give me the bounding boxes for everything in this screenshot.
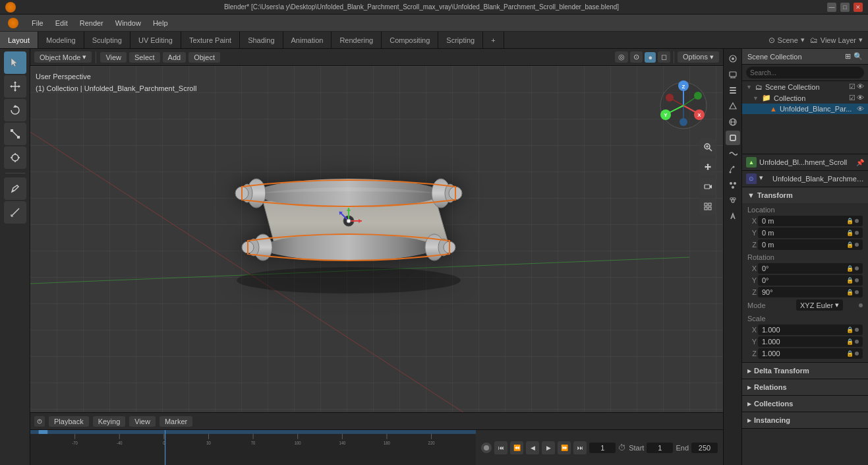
viewport-shading-rendered[interactable]: ◎ (615, 51, 628, 63)
prop-tab-output[interactable] (726, 67, 740, 82)
prop-tab-object[interactable] (726, 131, 740, 145)
data-dropdown-indicator[interactable]: ▾ (759, 173, 770, 184)
rot-y-value[interactable]: 0° 🔒 (758, 275, 863, 286)
view-menu[interactable]: View (100, 52, 127, 63)
tab-uv-editing[interactable]: UV Editing (130, 32, 181, 48)
tab-modeling[interactable]: Modeling (38, 32, 84, 48)
current-frame-display[interactable]: 1 (589, 443, 616, 453)
viewport-shading-solid[interactable]: ● (645, 52, 656, 63)
viewport-shading-material[interactable]: ⊙ (630, 51, 643, 63)
pin-icon[interactable]: 📌 (856, 159, 864, 166)
outliner-search-icon[interactable]: 🔍 (854, 52, 863, 61)
rot-z-value[interactable]: 90° 🔒 (758, 287, 863, 297)
euler-mode-dropdown[interactable]: XYZ Euler ▾ (796, 299, 843, 311)
tree-scene-collection[interactable]: ▼ 🗂 Scene Collection ☑ 👁 (742, 81, 868, 92)
relations-header[interactable]: ▸ Relations (742, 379, 868, 395)
cursor-tool[interactable] (4, 51, 26, 74)
viewport-shading-wireframe[interactable]: ◻ (658, 51, 670, 63)
view-menu-tl[interactable]: View (129, 416, 156, 427)
tab-sculpting[interactable]: Sculpting (84, 32, 130, 48)
add-menu[interactable]: Add (163, 52, 187, 63)
delta-transform-header[interactable]: ▸ Delta Transform (742, 363, 868, 379)
obj-vis-eye[interactable]: 👁 (857, 105, 864, 113)
transform-header[interactable]: ▼ Transform (742, 187, 868, 203)
rotate-tool[interactable] (4, 99, 26, 121)
annotate-tool[interactable] (4, 177, 26, 200)
scale-tool[interactable] (4, 123, 26, 145)
collection-check-icon[interactable]: ☑ (849, 82, 855, 91)
collection-vis-eye[interactable]: 👁 (857, 94, 864, 102)
loc-x-value[interactable]: 0 m 🔒 (758, 216, 863, 226)
prop-tab-scene[interactable] (726, 99, 740, 113)
transform-tool[interactable] (4, 146, 26, 169)
rot-x-value[interactable]: 0° 🔒 (758, 263, 863, 274)
pan-view-icon-btn[interactable] (699, 158, 716, 175)
record-button[interactable] (481, 443, 492, 453)
play-forward-button[interactable]: ▶ (542, 441, 555, 454)
select-menu[interactable]: Select (129, 52, 160, 63)
tab-animation[interactable]: Animation (283, 32, 332, 48)
loc-z-value[interactable]: 0 m 🔒 (758, 239, 863, 250)
zoom-in-icon-btn[interactable] (699, 139, 716, 156)
jump-start-button[interactable]: ⏮ (494, 441, 507, 454)
frame-start-display[interactable]: 1 (647, 443, 673, 453)
prop-tab-modifiers[interactable] (726, 146, 740, 161)
measure-tool[interactable] (4, 201, 26, 224)
step-back-button[interactable]: ⏪ (510, 441, 523, 454)
tab-rendering[interactable]: Rendering (332, 32, 382, 48)
tab-layout[interactable]: Layout (0, 32, 38, 48)
instancing-header[interactable]: ▸ Instancing (742, 412, 868, 428)
menu-help[interactable]: Help (148, 18, 173, 28)
tree-object[interactable]: ▲ Unfolded_Blanc_Par... 👁 (742, 104, 868, 114)
prop-tab-viewlayer[interactable] (726, 83, 740, 98)
step-forward-button[interactable]: ⏩ (558, 441, 571, 454)
marker-menu[interactable]: Marker (159, 416, 192, 427)
collection-vis-check[interactable]: ☑ (849, 94, 855, 102)
tab-add[interactable]: + (483, 32, 504, 48)
playback-menu[interactable]: Playback (49, 416, 89, 427)
collections-header[interactable]: ▸ Collections (742, 396, 868, 412)
prop-tab-particles[interactable] (726, 162, 740, 177)
menu-blender[interactable] (3, 16, 25, 30)
menu-file[interactable]: File (26, 18, 49, 28)
tree-collection[interactable]: ▼ 📁 Collection ☑ 👁 (742, 92, 868, 104)
mode-dropdown[interactable]: Object Mode ▾ (34, 51, 92, 63)
tab-texture-paint[interactable]: Texture Paint (181, 32, 240, 48)
viewport-3d[interactable]: User Perspective (1) Collection | Unfold… (30, 66, 723, 412)
minimize-button[interactable]: — (827, 3, 836, 12)
scale-z-value[interactable]: 1.000 🔒 (758, 348, 863, 359)
menu-window[interactable]: Window (110, 18, 146, 28)
move-tool[interactable] (4, 75, 26, 98)
prop-tab-data[interactable] (726, 210, 740, 224)
loc-y-value[interactable]: 0 m 🔒 (758, 228, 863, 238)
frame-end-display[interactable]: 250 (691, 443, 718, 453)
viewlayer-selector[interactable]: 🗂 View Layer ▾ (810, 36, 863, 45)
collection-eye-icon[interactable]: 👁 (857, 82, 864, 91)
jump-end-button[interactable]: ⏭ (573, 441, 587, 454)
scene-selector[interactable]: ⊙ Scene ▾ (768, 36, 805, 45)
keying-menu[interactable]: Keying (93, 416, 126, 427)
object-name-prop[interactable]: Unfolded_Bl...hment_Scroll (759, 158, 854, 166)
scale-x-value[interactable]: 1.000 🔒 (758, 325, 863, 335)
data-name-prop[interactable]: Unfolded_Blank_Parchment... (772, 175, 864, 183)
tab-scripting[interactable]: Scripting (438, 32, 483, 48)
close-button[interactable]: ✕ (854, 3, 863, 12)
prop-tab-render[interactable] (726, 51, 740, 66)
prop-tab-physics[interactable] (726, 178, 740, 193)
object-menu[interactable]: Object (188, 52, 220, 63)
tab-shading[interactable]: Shading (240, 32, 283, 48)
menu-render[interactable]: Render (74, 18, 109, 28)
outliner-search-input[interactable] (746, 67, 864, 78)
scale-y-value[interactable]: 1.000 🔒 (758, 336, 863, 347)
prop-tab-world[interactable] (726, 115, 740, 129)
nav-gizmo[interactable]: Z X Y (657, 79, 710, 132)
grid-view-icon-btn[interactable] (699, 198, 716, 215)
tab-compositing[interactable]: Compositing (382, 32, 438, 48)
prop-tab-constraints[interactable] (726, 194, 740, 208)
options-btn[interactable]: Options ▾ (678, 51, 719, 63)
camera-view-icon-btn[interactable] (699, 178, 716, 195)
play-reverse-button[interactable]: ◀ (526, 441, 539, 454)
menu-edit[interactable]: Edit (50, 18, 73, 28)
outliner-filter-icon[interactable]: ⊞ (845, 52, 851, 61)
maximize-button[interactable]: □ (840, 3, 850, 12)
